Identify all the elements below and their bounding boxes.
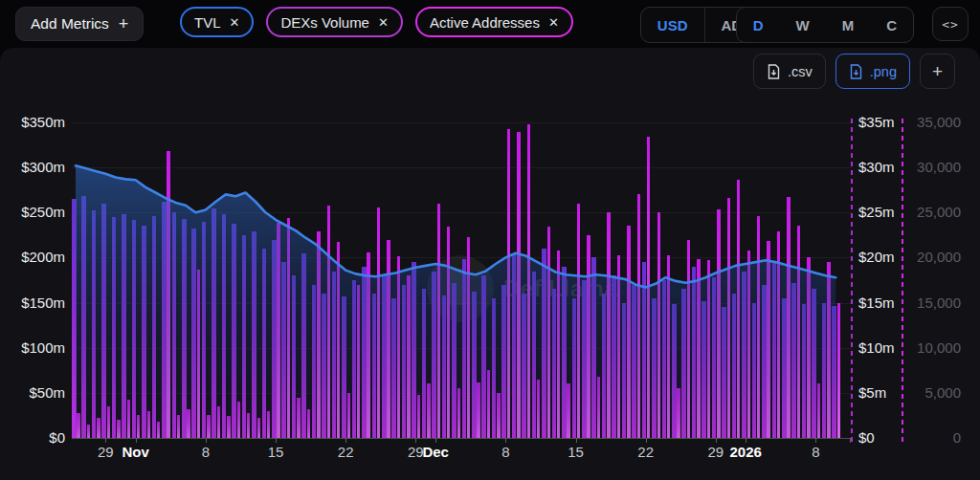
x-axis-tick: [435, 438, 436, 443]
y-axis-label-addresses: 35,000: [907, 114, 961, 130]
y-axis-label-volume: $35m: [858, 114, 895, 130]
toolbar: Add Metrics + TVL✕DEXs Volume✕Active Add…: [0, 0, 980, 48]
add-metrics-label: Add Metrics: [31, 15, 109, 33]
x-axis-tick: [815, 438, 816, 443]
x-axis-label: 8: [812, 444, 819, 460]
tvl-area-chart: [72, 122, 850, 438]
x-axis-label: 29: [98, 444, 114, 460]
export-png-label: .png: [870, 64, 897, 79]
interval-option-d[interactable]: D: [737, 8, 780, 42]
x-axis-tick: [576, 438, 577, 443]
y-axis-label-left: $0: [0, 429, 65, 446]
y-axis-label-volume: $0: [858, 429, 875, 446]
y-axis-label-volume: $30m: [858, 159, 895, 175]
x-axis-tick: [345, 438, 346, 443]
x-axis-tick: [206, 438, 207, 443]
metric-pill-active-addresses[interactable]: Active Addresses✕: [415, 7, 573, 37]
y-axis-label-volume: $5m: [858, 384, 886, 401]
y-axis-label-left: $150m: [0, 295, 65, 311]
y-axis-label-left: $200m: [0, 249, 65, 265]
y-axis-label-addresses: 20,000: [907, 249, 961, 265]
interval-option-c[interactable]: C: [870, 8, 913, 42]
y-axis-label-volume: $25m: [858, 204, 895, 220]
metric-pill-label: DEXs Volume: [280, 14, 369, 31]
x-axis-tick: [746, 438, 746, 443]
close-icon[interactable]: ✕: [230, 16, 240, 29]
x-axis-label: 8: [202, 444, 210, 460]
export-row: .csv .png +: [753, 54, 955, 89]
y-axis-label-left: $350m: [0, 114, 65, 130]
y-axis-label-volume: $15m: [858, 295, 895, 311]
interval-toggle: DWMC: [736, 7, 914, 43]
metric-pills: TVL✕DEXs Volume✕Active Addresses✕: [180, 7, 573, 37]
interval-option-m[interactable]: M: [826, 8, 871, 42]
y-axis-label-left: $100m: [0, 339, 65, 356]
metric-pill-label: TVL: [194, 14, 221, 31]
close-icon[interactable]: ✕: [378, 16, 389, 29]
x-axis-tick: [716, 438, 717, 443]
x-axis-label: 2026: [729, 444, 761, 460]
plus-icon: +: [932, 61, 943, 82]
y-axis-label-left: $50m: [0, 384, 65, 401]
x-axis-tick: [105, 438, 106, 443]
y-axis-label-addresses: 5,000: [907, 384, 961, 401]
y-axis-label-volume: $20m: [858, 249, 895, 265]
y-axis-label-addresses: 0: [907, 429, 961, 446]
x-axis-tick: [276, 438, 277, 443]
code-icon: <>: [942, 17, 959, 32]
metric-pill-label: Active Addresses: [430, 14, 540, 31]
addresses-axis-dashed-line: [902, 119, 903, 442]
y-axis-label-addresses: 25,000: [907, 204, 961, 220]
currency-option-usd[interactable]: USD: [641, 8, 704, 42]
embed-button[interactable]: <>: [932, 7, 969, 41]
plus-icon: +: [119, 14, 129, 34]
x-axis-line: [72, 438, 852, 439]
y-axis-label-left: $250m: [0, 204, 65, 220]
close-icon[interactable]: ✕: [548, 16, 559, 29]
x-axis-tick: [415, 438, 416, 443]
file-download-icon: [849, 64, 863, 79]
y-axis-label-addresses: 10,000: [907, 339, 961, 356]
export-csv-button[interactable]: .csv: [753, 54, 826, 89]
x-axis-label: 22: [338, 444, 354, 460]
y-axis-label-addresses: 15,000: [907, 295, 961, 311]
x-axis-tick: [505, 438, 506, 443]
metric-pill-tvl[interactable]: TVL✕: [180, 7, 254, 37]
x-axis-label: 22: [637, 444, 654, 460]
x-axis-tick: [136, 438, 137, 443]
x-axis-label: 15: [568, 444, 584, 460]
add-metrics-button[interactable]: Add Metrics +: [15, 7, 144, 41]
metric-pill-dexs-volume[interactable]: DEXs Volume✕: [266, 7, 402, 37]
defillama-chart-page: Add Metrics + TVL✕DEXs Volume✕Active Add…: [0, 0, 980, 480]
x-axis-label: Nov: [122, 444, 149, 460]
x-axis-label: 8: [501, 444, 509, 460]
y-axis-label-left: $300m: [0, 159, 65, 175]
tvl-area: [76, 165, 835, 438]
file-download-icon: [767, 64, 781, 79]
y-axis-label-volume: $10m: [858, 339, 895, 356]
x-axis-label: 29: [408, 444, 424, 460]
x-axis-tick: [646, 438, 647, 443]
export-png-button[interactable]: .png: [835, 54, 910, 89]
x-axis-label: Dec: [422, 444, 449, 460]
add-export-button[interactable]: +: [920, 54, 955, 89]
x-axis-label: 15: [268, 444, 284, 460]
x-axis-label: 29: [707, 444, 724, 460]
export-csv-label: .csv: [788, 64, 813, 79]
y-axis-label-addresses: 30,000: [907, 159, 961, 175]
interval-option-w[interactable]: W: [779, 8, 825, 42]
